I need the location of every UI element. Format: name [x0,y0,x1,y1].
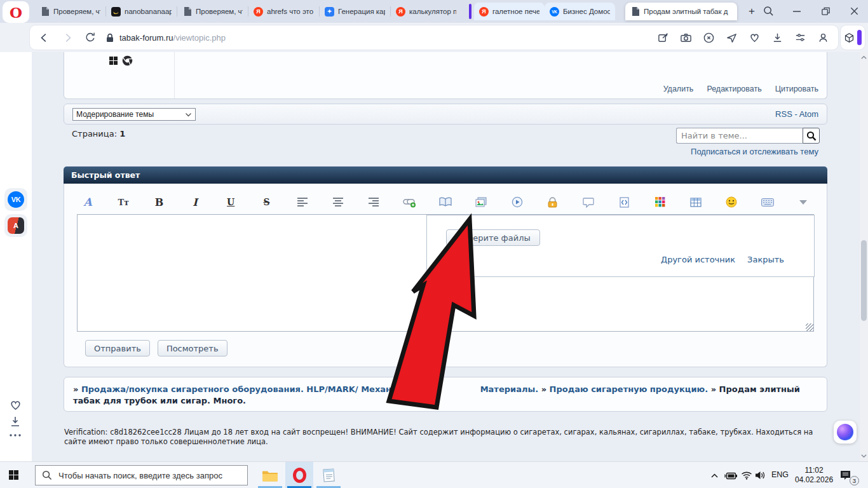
tab-5[interactable]: ✦ Генерация карт [320,3,390,20]
breadcrumb-forum-link-tail[interactable]: Материалы. [480,384,538,394]
more-tools-icon[interactable] [795,195,811,209]
taskbar-search-input[interactable] [58,471,241,480]
tab-3[interactable]: Проверяем, что [177,3,248,20]
breadcrumb-separator: » [541,384,546,394]
tab-active[interactable]: Продам элитный табак д [625,3,737,20]
start-button[interactable] [9,470,18,480]
downloads-icon[interactable] [9,416,22,428]
quote-post-link[interactable]: Цитировать [775,85,818,93]
choose-files-button[interactable]: Выберите файлы [446,229,540,246]
insert-link-icon[interactable] [402,195,418,209]
tab-7[interactable]: Я галетное печен [474,3,545,20]
scroll-down-icon[interactable] [860,452,867,459]
topic-search-button[interactable] [803,128,820,144]
insert-table-icon[interactable] [688,195,704,209]
favorites-heart-icon[interactable] [9,398,22,410]
restore-icon[interactable] [819,4,832,17]
preview-button[interactable]: Посмотреть [158,340,227,356]
color-palette-icon[interactable] [652,195,668,209]
language-indicator[interactable]: ENG [771,470,789,479]
adblock-icon[interactable] [703,32,715,44]
smilies-icon[interactable] [723,195,740,209]
back-icon[interactable] [39,32,50,43]
notification-icon[interactable] [840,470,851,480]
moderation-panel: Модерирование темы RSS - Atom [64,104,827,125]
strikethrough-icon[interactable]: S [258,195,275,209]
close-attach-link[interactable]: Закрыть [747,255,784,264]
breadcrumb-forum-link[interactable]: Продажа/покупка сигаретного оборудования… [81,384,435,394]
spoiler-bubble-icon[interactable] [580,195,597,209]
windows-taskbar: ENG 11:02 04.02.2026 [0,461,868,488]
heart-icon[interactable] [749,32,761,44]
align-right-icon[interactable] [365,195,382,209]
taskbar-opera[interactable] [285,462,313,488]
quote-book-icon[interactable] [437,195,454,209]
resize-handle[interactable] [806,323,813,331]
scroll-up-icon[interactable] [860,54,867,61]
chevron-down-icon [185,112,192,117]
forward-icon[interactable] [62,32,73,43]
tab-6[interactable]: Я калькулятор пр [391,3,461,20]
taskbar-explorer[interactable] [256,462,284,488]
page-scrollbar[interactable] [860,52,868,461]
insert-video-icon[interactable] [509,195,526,209]
tab-1[interactable]: Проверяем, что [35,3,105,20]
tune-icon[interactable] [794,32,806,44]
other-source-link[interactable]: Другой источник [661,255,735,264]
sidebar-item-vk[interactable]: VK [4,188,27,211]
topic-search-input[interactable] [676,128,803,144]
bold-icon[interactable]: B [151,195,168,209]
minimize-icon[interactable] [790,4,803,17]
folder-icon [262,469,278,482]
opera-logo[interactable]: O [3,1,29,23]
volume-icon[interactable] [755,471,766,480]
address-bar: tabak-forum.ru/viewtopic.php [0,23,868,52]
breadcrumb-subforum-link[interactable]: Продаю сигаретную продукцию. [550,384,709,394]
send-icon[interactable] [726,32,738,44]
hidden-content-icon[interactable] [545,195,561,209]
notification-count-badge[interactable]: 3 [850,476,859,485]
align-center-icon[interactable] [330,195,346,209]
font-color-icon[interactable]: A [79,195,96,209]
tab-4[interactable]: Я ahrefs что это – [248,3,319,20]
camera-icon[interactable] [680,32,692,44]
edit-post-link[interactable]: Редактировать [707,85,761,93]
tab-search-icon[interactable] [762,4,775,17]
download-icon[interactable] [771,32,783,44]
url-field[interactable]: tabak-forum.ru/viewtopic.php [106,33,657,43]
subscribe-link[interactable]: Подписаться и отслеживать тему [691,147,818,156]
browser-assistant-button[interactable] [834,421,857,444]
extension-panel[interactable] [840,25,865,50]
keyboard-icon[interactable] [759,195,776,209]
breadcrumb: » Продажа/покупка сигаретного оборудован… [64,377,827,412]
taskbar-search-box[interactable] [35,465,248,485]
underline-icon[interactable]: U [222,195,239,209]
tab-2[interactable]: nanobananaapi [106,3,177,20]
wifi-icon[interactable] [741,471,752,480]
edit-page-icon[interactable] [657,32,669,44]
close-icon[interactable] [848,4,860,17]
submit-button[interactable]: Отправить [85,340,150,356]
tray-chevron-up-icon[interactable] [710,473,719,478]
scrollbar-thumb[interactable] [861,240,867,321]
font-size-icon[interactable]: Tт [115,195,132,209]
yandex-icon: Я [396,7,405,17]
delete-post-link[interactable]: Удалить [663,85,694,93]
reload-icon[interactable] [85,32,96,43]
italic-icon[interactable]: I [187,195,203,209]
moderation-select[interactable]: Модерирование темы [72,108,196,121]
rss-atom-link[interactable]: RSS - Atom [775,109,818,119]
align-left-icon[interactable] [294,195,311,209]
new-tab-button[interactable]: + [743,3,760,20]
sidebar-item-translate[interactable]: А [4,214,27,237]
post-column-divider [174,52,175,98]
clock[interactable]: 11:02 04.02.2026 [795,466,833,485]
battery-icon[interactable] [724,472,738,480]
tab-8[interactable]: VK Бизнес Домосе [545,3,615,20]
profile-icon[interactable] [817,32,829,44]
insert-image-icon[interactable] [473,195,489,209]
insert-code-icon[interactable] [616,195,632,209]
taskbar-notepad[interactable] [315,462,342,488]
search-icon [42,470,52,480]
more-options-icon[interactable] [9,433,22,437]
